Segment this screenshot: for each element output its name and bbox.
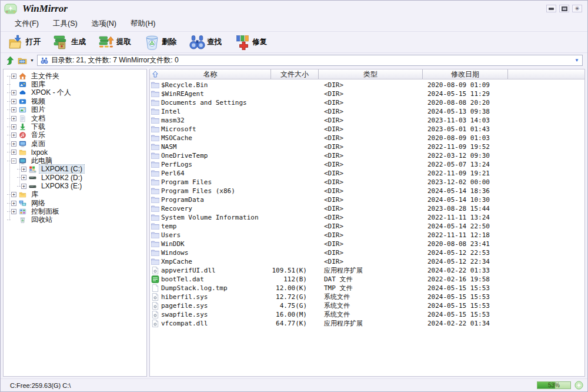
expand-box-icon[interactable]: +: [11, 141, 16, 147]
tree-item[interactable]: 回收站: [4, 216, 146, 224]
menu-options[interactable]: 选项(N): [85, 17, 123, 31]
maximize-button[interactable]: [559, 5, 569, 12]
tree-item[interactable]: +库: [4, 190, 146, 198]
sys-file-icon: [151, 311, 159, 318]
file-row[interactable]: Documents and Settings<DIR>2020-08-08 20…: [150, 98, 584, 107]
tree-item[interactable]: 图库: [4, 80, 146, 88]
file-row[interactable]: appverifUI.dll109.51(K)应用程序扩展2024-02-22 …: [150, 266, 584, 275]
menu-help[interactable]: 帮助(H): [123, 17, 162, 31]
tree-item[interactable]: +LXPOK3 (E:): [4, 182, 146, 190]
column-header-name[interactable]: 名称: [150, 69, 271, 79]
tree-item[interactable]: +桌面: [4, 139, 146, 148]
expand-box-icon[interactable]: +: [11, 124, 16, 129]
tree-item[interactable]: +网络: [4, 199, 146, 207]
file-row[interactable]: $Recycle.Bin<DIR>2020-08-09 01:09: [150, 81, 584, 89]
tree-item[interactable]: +视频: [4, 97, 146, 105]
file-date: 2024-05-15 15:53: [423, 302, 584, 310]
menu-tools[interactable]: 工具(S): [46, 17, 85, 31]
file-row[interactable]: Microsoft<DIR>2023-05-01 01:43: [150, 125, 584, 134]
file-name: NASM: [161, 143, 177, 151]
expand-box-icon[interactable]: +: [11, 99, 16, 104]
address-field[interactable]: 目录数: 21, 文件数: 7 WinMirror文件数: 0 ▼: [37, 55, 583, 66]
collapse-box-icon[interactable]: −: [11, 158, 16, 164]
file-row[interactable]: System Volume Information<DIR>2022-11-11…: [150, 213, 584, 222]
go-up-icon[interactable]: [152, 71, 159, 78]
file-row[interactable]: hiberfil.sys12.72(G)系统文件2024-05-15 15:53: [150, 293, 584, 301]
expand-box-icon[interactable]: +: [11, 201, 16, 206]
file-name: Windows: [161, 249, 188, 257]
file-row[interactable]: Program Files<DIR>2023-12-02 00:00: [150, 178, 584, 187]
file-row[interactable]: masm32<DIR>2023-11-03 14:03: [150, 116, 584, 125]
tree-item[interactable]: +XPOK - 个人: [4, 89, 146, 97]
tree-item[interactable]: +文档: [4, 114, 146, 122]
find-button[interactable]: 查找: [186, 34, 225, 51]
expand-box-icon[interactable]: +: [11, 107, 16, 112]
expand-box-icon[interactable]: +: [11, 116, 16, 121]
file-row[interactable]: Intel<DIR>2024-05-13 09:38: [150, 107, 584, 116]
menu-file[interactable]: 文件(F): [8, 17, 46, 31]
file-name-cell: MSOCache: [150, 134, 271, 142]
file-row[interactable]: OneDriveTemp<DIR>2022-03-12 09:30: [150, 151, 584, 160]
file-name-cell: pagefile.sys: [150, 302, 271, 310]
file-row[interactable]: vfcompat.dll64.77(K)应用程序扩展2024-02-22 01:…: [150, 319, 584, 328]
file-row[interactable]: swapfile.sys16.00(M)系统文件2024-05-15 15:53: [150, 310, 584, 319]
file-row[interactable]: temp<DIR>2024-05-14 22:50: [150, 222, 584, 231]
expand-box-icon[interactable]: +: [11, 74, 16, 79]
file-row[interactable]: pagefile.sys4.75(G)系统文件2024-05-15 15:53: [150, 301, 584, 310]
file-row[interactable]: ProgramData<DIR>2024-05-14 10:30: [150, 195, 584, 204]
close-button[interactable]: ✳: [572, 5, 582, 12]
file-row[interactable]: bootTel.dat112(B)DAT 文件2022-02-16 19:58: [150, 275, 584, 284]
tree-item[interactable]: −此电脑: [4, 157, 146, 165]
expand-box-icon[interactable]: +: [11, 90, 16, 95]
minimize-button[interactable]: [546, 5, 556, 12]
file-row[interactable]: Perl64<DIR>2022-11-09 19:21: [150, 169, 584, 178]
expand-box-icon[interactable]: +: [11, 192, 16, 197]
file-row[interactable]: WinDDK<DIR>2020-08-08 23:41: [150, 240, 584, 248]
tree-item[interactable]: +LXPOK2 (D:): [4, 174, 146, 182]
dll-file-icon: [151, 267, 159, 274]
tree-item[interactable]: +lxpok: [4, 148, 146, 157]
file-row[interactable]: NASM<DIR>2022-11-09 19:52: [150, 142, 584, 151]
file-row[interactable]: XmpCache<DIR>2024-05-12 22:34: [150, 257, 584, 266]
file-row[interactable]: MSOCache<DIR>2020-08-09 01:03: [150, 134, 584, 142]
tree-item[interactable]: +音乐: [4, 131, 146, 139]
expand-box-icon[interactable]: +: [11, 132, 16, 138]
expand-box-icon[interactable]: +: [11, 150, 16, 155]
tree-item[interactable]: +控制面板: [4, 207, 146, 215]
file-date: 2020-08-09 01:03: [423, 134, 584, 142]
tree-item[interactable]: +LXPOK1 (C:): [4, 165, 146, 173]
tree-item[interactable]: +下载: [4, 122, 146, 131]
expand-box-icon[interactable]: +: [11, 209, 16, 214]
file-row[interactable]: Program Files (x86)<DIR>2024-05-14 18:36: [150, 187, 584, 195]
file-date: 2022-11-11 12:18: [423, 231, 584, 239]
address-dropdown-caret[interactable]: ▼: [574, 58, 579, 63]
tree-item[interactable]: +主文件夹: [4, 72, 146, 80]
extract-button[interactable]: 提取: [96, 34, 134, 51]
column-header-size[interactable]: 文件大小: [271, 69, 319, 79]
up-directory-button[interactable]: [5, 56, 15, 65]
file-date: 2024-05-15 15:53: [423, 293, 584, 301]
file-row[interactable]: Windows<DIR>2024-05-12 22:53: [150, 248, 584, 257]
expand-box-icon[interactable]: +: [21, 175, 26, 180]
expand-box-icon[interactable]: +: [21, 167, 26, 172]
generate-button[interactable]: 生成: [51, 34, 89, 51]
repair-button[interactable]: 修复: [232, 34, 270, 51]
folder-dropdown-caret[interactable]: ▼: [30, 58, 34, 62]
open-button[interactable]: 打开: [5, 34, 44, 51]
file-name: Program Files: [161, 178, 212, 186]
file-row[interactable]: PerfLogs<DIR>2022-05-07 13:24: [150, 160, 584, 169]
expand-box-icon[interactable]: +: [21, 184, 26, 189]
folder-picker-button[interactable]: [18, 56, 27, 65]
delete-button[interactable]: 删除: [141, 34, 179, 51]
column-header-date[interactable]: 修改日期: [423, 69, 508, 79]
tree-item[interactable]: +图片: [4, 106, 146, 114]
list-folder-icon: [151, 222, 159, 230]
file-row[interactable]: DumpStack.log.tmp12.00(K)TMP 文件2024-05-1…: [150, 284, 584, 293]
column-header-type[interactable]: 类型: [319, 69, 423, 79]
file-row[interactable]: Users<DIR>2022-11-11 12:18: [150, 231, 584, 240]
file-row[interactable]: Recovery<DIR>2023-08-28 15:44: [150, 204, 584, 213]
drive-icon: [28, 182, 38, 190]
file-name: ProgramData: [161, 196, 204, 204]
file-row[interactable]: $WinREAgent<DIR>2024-05-15 11:29: [150, 89, 584, 98]
file-name-cell: XmpCache: [150, 258, 271, 265]
